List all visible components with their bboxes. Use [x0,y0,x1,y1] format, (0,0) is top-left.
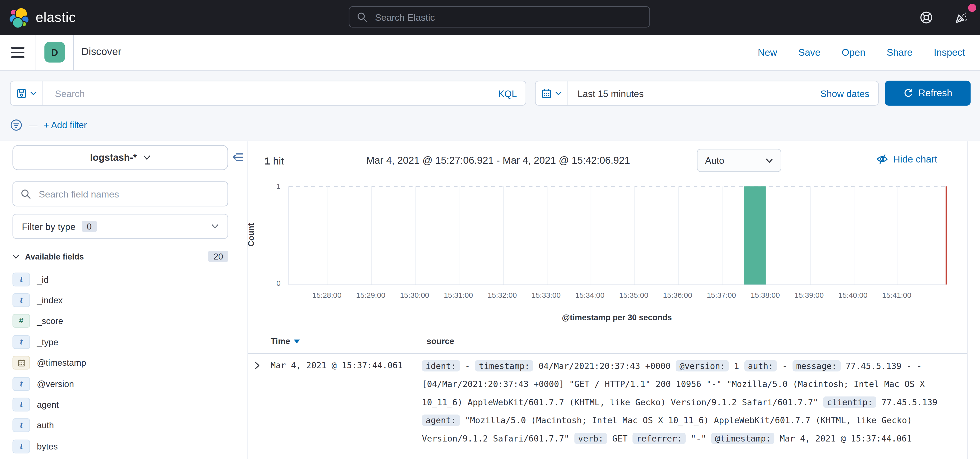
field-item-@timestamp[interactable]: @timestamp [13,352,228,373]
interval-value: Auto [705,155,724,166]
x-tick-label: 15:35:00 [619,291,648,300]
help-icon[interactable] [919,10,934,25]
kibana-discover-page: elastic D [0,0,980,459]
gridline [547,186,547,285]
time-range-button[interactable]: Last 15 minutes [568,88,820,99]
global-search-box[interactable] [349,6,650,27]
gridline [678,186,679,285]
divider [36,35,37,70]
field-search-box[interactable] [13,181,228,206]
nav-action-share[interactable]: Share [886,47,912,58]
content-area: logstash-* Filter by type 0 [0,141,980,459]
x-tick-label: 15:39:00 [795,291,824,300]
index-pattern-selector[interactable]: logstash-* [13,145,228,170]
gridline [328,186,328,285]
field-item-_id[interactable]: t_id [13,269,228,290]
global-search-input[interactable] [374,11,642,23]
nav-action-new[interactable]: New [757,47,777,58]
hide-chart-button[interactable]: Hide chart [876,153,937,165]
field-item-agent[interactable]: tagent [13,394,228,415]
menu-icon[interactable] [11,47,24,58]
filter-dash: — [29,120,38,130]
x-tick-label: 15:28:00 [312,291,342,300]
gridline [635,186,635,285]
chart-x-ticks: 15:28:0015:29:0015:30:0015:31:0015:32:00… [288,291,945,301]
column-header-source[interactable]: _source [422,336,454,346]
gridline [854,186,854,285]
refresh-icon [903,88,913,98]
histogram-bar[interactable] [744,186,766,285]
field-item-@version[interactable]: t@version [13,373,228,394]
gridline [810,186,810,285]
field-list: t_idt_index#_scoret_type@timestampt@vers… [13,269,228,457]
query-search-input[interactable] [43,88,498,99]
gridline [897,186,898,285]
field-type-string-icon: t [13,273,30,286]
field-name: bytes [37,441,58,451]
add-filter-button[interactable]: + Add filter [44,120,87,130]
gridline [459,186,460,285]
time-column-label: Time [270,336,290,346]
x-tick-label: 15:37:00 [707,291,736,300]
column-header-time[interactable]: Time [270,336,300,346]
field-search-input[interactable] [38,188,220,200]
show-dates-button[interactable]: Show dates [820,88,878,99]
collapse-sidebar-icon[interactable] [232,151,244,163]
source-cell: ident: - timestamp: 04/Mar/2021:20:37:43… [422,357,950,448]
field-name: _id [37,274,49,284]
y-tick-1: 1 [264,182,281,191]
current-time-marker [945,186,947,285]
field-item-auth[interactable]: tauth [13,415,228,436]
filter-by-type-label: Filter by type [22,221,76,232]
source-value: GET [612,433,627,443]
hits-number: 1 [264,155,270,166]
chevron-down-icon [211,223,219,230]
nav-action-inspect[interactable]: Inspect [934,47,965,58]
nav-action-save[interactable]: Save [799,47,820,58]
source-field-badge: verb: [574,433,607,444]
gridline [503,186,503,285]
space-avatar[interactable]: D [45,42,65,63]
gridline [371,186,372,285]
x-tick-label: 15:31:00 [444,291,473,300]
source-value: 04/Mar/2021:20:37:43 +0000 [538,361,671,371]
newsfeed-icon[interactable] [954,10,969,25]
breadcrumb: Discover [81,46,121,58]
saved-query-menu-button[interactable] [11,81,43,105]
fields-sidebar: logstash-* Filter by type 0 [0,141,248,459]
refresh-button[interactable]: Refresh [885,81,971,106]
date-quick-menu-button[interactable] [536,81,568,105]
query-language-button[interactable]: KQL [498,88,525,99]
save-icon [16,88,27,99]
field-item-_type[interactable]: t_type [13,332,228,352]
field-item-_index[interactable]: t_index [13,290,228,311]
source-value: - [782,361,787,371]
x-tick-label: 15:40:00 [838,291,867,300]
panel-edge [967,141,968,459]
x-tick-label: 15:32:00 [488,291,517,300]
field-item-bytes[interactable]: tbytes [13,436,228,457]
field-type-string-icon: t [13,377,30,390]
available-fields-header[interactable]: Available fields 20 [13,249,228,264]
nav-action-open[interactable]: Open [842,47,865,58]
source-field-badge: message: [792,360,841,371]
x-tick-label: 15:36:00 [663,291,692,300]
filter-by-type-button[interactable]: Filter by type 0 [13,214,228,239]
index-pattern-label: logstash-* [90,152,137,163]
filter-icon[interactable] [10,119,22,131]
field-name: _index [37,295,63,305]
source-field-badge: @timestamp: [711,433,775,444]
field-name: @timestamp [37,358,86,368]
chevron-down-icon [143,154,151,161]
field-item-_score[interactable]: #_score [13,311,228,332]
field-name: agent [37,400,59,410]
elastic-logo[interactable]: elastic [9,7,76,28]
expand-row-icon[interactable] [253,362,261,370]
x-tick-label: 15:38:00 [751,291,780,300]
nav-actions: NewSaveOpenShareInspect [757,35,965,70]
sort-desc-icon [294,339,300,343]
brand-name: elastic [36,10,76,26]
interval-select[interactable]: Auto [697,149,781,172]
filter-bar: — + Add filter [10,116,87,134]
source-field-badge: auth: [744,360,777,371]
